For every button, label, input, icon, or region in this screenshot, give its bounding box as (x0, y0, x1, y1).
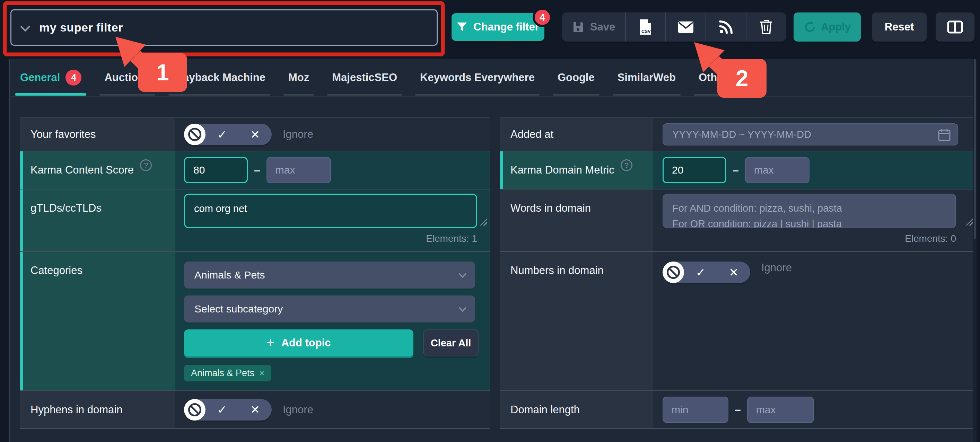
added-at-date-range-input[interactable] (663, 123, 958, 145)
columns-icon (947, 21, 963, 33)
subcategory-select[interactable]: Select subcategory (184, 296, 475, 323)
row-label: Words in domain (500, 189, 653, 251)
row-label: Added at (500, 118, 653, 151)
row-label: Karma Content Score ? (20, 151, 175, 189)
tristate-state-label: Ignore (761, 262, 792, 274)
refresh-icon (803, 21, 816, 33)
chip-remove-icon[interactable]: × (259, 368, 264, 378)
email-button[interactable] (665, 13, 706, 41)
row-words-in-domain: Words in domain Elements: 0 (500, 189, 975, 252)
karma-content-max-input[interactable] (266, 157, 331, 183)
tab-similarweb[interactable]: SimilarWeb (617, 59, 676, 96)
add-topic-button[interactable]: + Add topic (184, 329, 414, 356)
tab-moz[interactable]: Moz (288, 59, 309, 96)
filters-left-column: Your favorites ✓ ✕ Ignore Karma Content … (20, 118, 490, 429)
ignore-option[interactable] (184, 399, 205, 421)
ban-icon (667, 266, 680, 279)
scrollbar-thumb[interactable] (974, 59, 976, 239)
ban-icon (188, 403, 201, 417)
filter-screen: my super filter Change filter 4 Save (0, 0, 980, 442)
reset-button[interactable]: Reset (872, 13, 927, 41)
resize-handle[interactable] (966, 219, 973, 226)
words-in-domain-textarea[interactable] (663, 194, 956, 228)
trash-icon (760, 19, 773, 35)
domain-length-max-input[interactable] (747, 397, 814, 423)
scrollbar[interactable] (973, 59, 977, 442)
chevron-down-icon (459, 270, 467, 278)
columns-settings-button[interactable] (935, 13, 974, 41)
row-label: Categories (20, 252, 175, 390)
tab-keywords-everywhere[interactable]: Keywords Everywhere (420, 59, 535, 96)
funnel-icon (457, 22, 467, 32)
tab-wayback-machine[interactable]: Wayback Machine (173, 59, 266, 96)
row-karma-content-score: Karma Content Score ? – (20, 151, 490, 189)
row-karma-domain-metric: Karma Domain Metric ? – (500, 151, 975, 189)
rss-button[interactable] (706, 13, 746, 41)
tab-auctions[interactable]: Auctions (104, 59, 150, 96)
words-elements-count: Elements: 0 (663, 233, 956, 244)
row-added-at: Added at (500, 118, 975, 151)
row-your-favorites: Your favorites ✓ ✕ Ignore (20, 118, 490, 151)
rss-icon (719, 20, 733, 34)
apply-button[interactable]: Apply (794, 13, 861, 41)
save-button[interactable]: Save (562, 13, 625, 41)
ignore-option[interactable] (184, 124, 205, 145)
row-label: gTLDs/ccTLDs (20, 189, 175, 251)
calendar-icon[interactable] (938, 128, 951, 142)
ban-icon (188, 128, 201, 141)
row-label: Hyphens in domain (20, 391, 175, 428)
karma-content-min-input[interactable] (184, 157, 248, 183)
help-icon[interactable]: ? (140, 159, 152, 171)
category-select[interactable]: Animals & Pets (184, 262, 475, 289)
exclude-option[interactable]: ✕ (239, 403, 272, 417)
category-chip: Animals & Pets × (184, 365, 271, 382)
gtlds-textarea[interactable]: com org net (184, 194, 477, 228)
hyphens-tristate-toggle[interactable]: ✓ ✕ (184, 399, 272, 421)
filter-actions-group: Save CSV (562, 13, 786, 41)
include-option[interactable]: ✓ (205, 128, 239, 142)
resize-handle[interactable] (480, 219, 487, 226)
saved-filter-name: my super filter (39, 21, 123, 34)
favorites-tristate-toggle[interactable]: ✓ ✕ (184, 124, 272, 145)
tab-general[interactable]: General 4 (20, 59, 81, 96)
chevron-down-icon (21, 22, 30, 32)
filter-tabs: General 4 Auctions Wayback Machine Moz M… (10, 59, 975, 97)
filters-panel: General 4 Auctions Wayback Machine Moz M… (9, 59, 977, 442)
row-domain-length: Domain length – (500, 391, 975, 429)
row-label: Domain length (500, 391, 653, 428)
domain-length-min-input[interactable] (663, 397, 729, 423)
row-gtlds: gTLDs/ccTLDs com org net Elements: 1 (20, 189, 490, 252)
row-label: Numbers in domain (500, 252, 653, 390)
toolbar: my super filter Change filter 4 Save (0, 0, 980, 59)
tristate-state-label: Ignore (283, 404, 313, 416)
row-label: Your favorites (20, 118, 175, 151)
exclude-option[interactable]: ✕ (718, 266, 751, 279)
export-csv-button[interactable]: CSV (625, 13, 665, 41)
save-icon (572, 21, 585, 33)
mail-icon (678, 21, 694, 33)
row-hyphens: Hyphens in domain ✓ ✕ Ignore (20, 391, 490, 429)
row-label: Karma Domain Metric ? (500, 151, 653, 189)
include-option[interactable]: ✓ (205, 403, 239, 417)
include-option[interactable]: ✓ (684, 266, 718, 279)
change-filter-button[interactable]: Change filter (452, 13, 544, 41)
ignore-option[interactable] (663, 262, 684, 283)
change-filter-badge: 4 (533, 8, 552, 27)
tab-google[interactable]: Google (558, 59, 595, 96)
filters-right-column: Added at Karma Domain Metri (500, 118, 975, 429)
tab-other[interactable]: Other (698, 59, 727, 96)
tab-majesticseo[interactable]: MajesticSEO (332, 59, 397, 96)
gtlds-elements-count: Elements: 1 (184, 233, 477, 244)
delete-filter-button[interactable] (746, 13, 786, 41)
clear-all-button[interactable]: Clear All (423, 329, 479, 356)
row-numbers-in-domain: Numbers in domain ✓ ✕ Ignore (500, 252, 975, 391)
chevron-down-icon (459, 304, 467, 312)
numbers-tristate-toggle[interactable]: ✓ ✕ (663, 262, 750, 283)
exclude-option[interactable]: ✕ (239, 128, 272, 142)
row-categories: Categories Animals & Pets Select subcate… (20, 252, 490, 391)
karma-domain-max-input[interactable] (745, 157, 810, 183)
saved-filter-select[interactable]: my super filter (10, 10, 438, 46)
help-icon[interactable]: ? (620, 159, 632, 171)
karma-domain-min-input[interactable] (663, 157, 726, 183)
plus-icon: + (266, 335, 274, 349)
